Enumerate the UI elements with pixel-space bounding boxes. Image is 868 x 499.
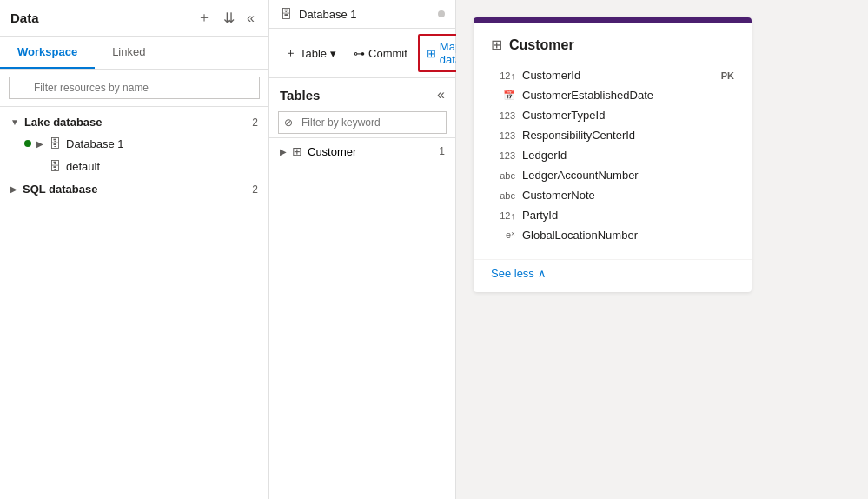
- toolbar: ＋ Table ▾ ⊶ Commit ⊞ Map data: [269, 29, 455, 78]
- field-type-icon: 123: [491, 150, 515, 161]
- card-title-text: Customer: [509, 37, 574, 53]
- table-list: ▶ ⊞ Customer 1: [269, 138, 455, 499]
- field-row: 📅CustomerEstablishedDate: [491, 85, 734, 105]
- see-less-chevron-icon: ∧: [538, 267, 547, 280]
- map-data-icon: ⊞: [427, 47, 436, 60]
- collapse-all-button[interactable]: ⇊: [220, 8, 238, 28]
- sql-database-count: 2: [252, 183, 258, 196]
- commit-label: Commit: [368, 47, 407, 60]
- lake-db-chevron: ▼: [10, 117, 19, 127]
- left-panel: Data ＋ ⇊ « Workspace Linked ⊘ ▼ Lake dat…: [0, 0, 269, 499]
- tab-workspace[interactable]: Workspace: [0, 37, 95, 69]
- field-name: PartyId: [522, 209, 734, 222]
- field-row: 12↑CustomerIdPK: [491, 65, 734, 85]
- card-table-icon: ⊞: [491, 37, 502, 53]
- left-header: Data ＋ ⇊ «: [0, 0, 268, 37]
- middle-panel: 🗄 Database 1 ＋ Table ▾ ⊶ Commit ⊞ Map da…: [269, 0, 456, 499]
- table-add-icon: ＋: [285, 45, 296, 61]
- db-status-dot: [438, 10, 445, 17]
- field-row: 123CustomerTypeId: [491, 105, 734, 125]
- db-header-name: Database 1: [299, 8, 357, 21]
- card-fields: 12↑CustomerIdPK📅CustomerEstablishedDate1…: [491, 65, 734, 245]
- field-type-icon: abc: [491, 170, 515, 181]
- customer-table-label: Customer: [308, 145, 356, 158]
- field-row: 123LedgerId: [491, 145, 734, 165]
- table-button[interactable]: ＋ Table ▾: [278, 41, 343, 65]
- db-header-icon: 🗄: [280, 7, 292, 21]
- filter-input[interactable]: [278, 111, 447, 134]
- lake-database-count: 2: [252, 116, 258, 129]
- see-less-label: See less: [491, 267, 534, 280]
- default-no-dot: [24, 163, 31, 170]
- field-type-icon: abc: [491, 190, 515, 201]
- search-input[interactable]: [9, 77, 260, 99]
- customer-table-count: 1: [439, 145, 445, 157]
- card-footer: See less ∧: [474, 259, 752, 292]
- sql-database-section[interactable]: ▶ SQL database 2: [0, 177, 268, 199]
- default-db-icon: 🗄: [49, 159, 61, 173]
- lake-database-section[interactable]: ▼ Lake database 2: [0, 110, 268, 132]
- field-pk-badge: PK: [721, 70, 734, 81]
- field-name: LedgerId: [522, 149, 734, 162]
- field-name: CustomerTypeId: [522, 109, 734, 122]
- sql-database-label: SQL database: [23, 183, 97, 196]
- field-row: 12↑PartyId: [491, 205, 734, 225]
- close-left-panel-button[interactable]: «: [243, 9, 258, 28]
- table-list-item[interactable]: ▶ ⊞ Customer 1: [269, 138, 455, 164]
- search-wrap: ⊘: [9, 77, 260, 99]
- tab-bar: Workspace Linked: [0, 37, 268, 70]
- database1-label: Database 1: [66, 137, 258, 150]
- table-chevron-icon: ▾: [330, 47, 336, 60]
- resource-tree: ▼ Lake database 2 ▶ 🗄 Database 1 ▶ 🗄 def…: [0, 107, 268, 499]
- field-row: eˣGlobalLocationNumber: [491, 225, 734, 245]
- db-header: 🗄 Database 1: [269, 0, 455, 29]
- lake-database-label: Lake database: [24, 116, 103, 129]
- database1-chevron: ▶: [36, 139, 43, 149]
- see-less-button[interactable]: See less ∧: [491, 267, 547, 280]
- tables-filter: ⊘: [269, 108, 455, 138]
- tab-linked[interactable]: Linked: [95, 37, 162, 69]
- field-row: 123ResponsibilityCenterId: [491, 125, 734, 145]
- field-name: GlobalLocationNumber: [522, 229, 734, 242]
- field-name: ResponsibilityCenterId: [522, 129, 734, 142]
- default-item[interactable]: ▶ 🗄 default: [0, 155, 268, 177]
- field-type-icon: 📅: [491, 90, 515, 101]
- field-name: CustomerId: [522, 69, 714, 82]
- database1-item[interactable]: ▶ 🗄 Database 1: [0, 132, 268, 155]
- field-type-icon: 123: [491, 130, 515, 141]
- customer-table-icon: ⊞: [292, 144, 302, 158]
- table-label: Table: [300, 47, 327, 60]
- field-name: CustomerNote: [522, 189, 734, 202]
- default-label: default: [66, 160, 258, 173]
- field-type-icon: 12↑: [491, 210, 515, 221]
- sql-db-chevron: ▶: [10, 184, 17, 194]
- card-title-row: ⊞ Customer: [491, 37, 734, 53]
- customer-row-chevron: ▶: [280, 147, 287, 156]
- add-button[interactable]: ＋: [194, 7, 215, 29]
- database1-status-dot: [24, 140, 31, 147]
- left-header-icons: ＋ ⇊ «: [194, 7, 258, 29]
- field-type-icon: 123: [491, 110, 515, 121]
- filter-keyword-icon: ⊘: [284, 116, 293, 129]
- right-panel: ⊞ Customer 12↑CustomerIdPK📅CustomerEstab…: [456, 0, 868, 499]
- left-panel-title: Data: [10, 10, 39, 25]
- collapse-tables-button[interactable]: «: [437, 87, 445, 103]
- database-icon: 🗄: [49, 136, 61, 150]
- field-row: abcLedgerAccountNumber: [491, 165, 734, 185]
- field-name: CustomerEstablishedDate: [522, 89, 734, 102]
- field-row: abcCustomerNote: [491, 185, 734, 205]
- card-body: ⊞ Customer 12↑CustomerIdPK📅CustomerEstab…: [474, 23, 752, 259]
- tables-title: Tables: [280, 88, 320, 103]
- field-name: LedgerAccountNumber: [522, 169, 734, 182]
- tables-header: Tables «: [269, 78, 455, 108]
- field-type-icon: eˣ: [491, 230, 515, 241]
- customer-card: ⊞ Customer 12↑CustomerIdPK📅CustomerEstab…: [474, 17, 752, 292]
- field-type-icon: 12↑: [491, 70, 515, 81]
- commit-icon: ⊶: [354, 47, 365, 60]
- commit-button[interactable]: ⊶ Commit: [347, 43, 414, 64]
- search-bar: ⊘: [0, 70, 268, 107]
